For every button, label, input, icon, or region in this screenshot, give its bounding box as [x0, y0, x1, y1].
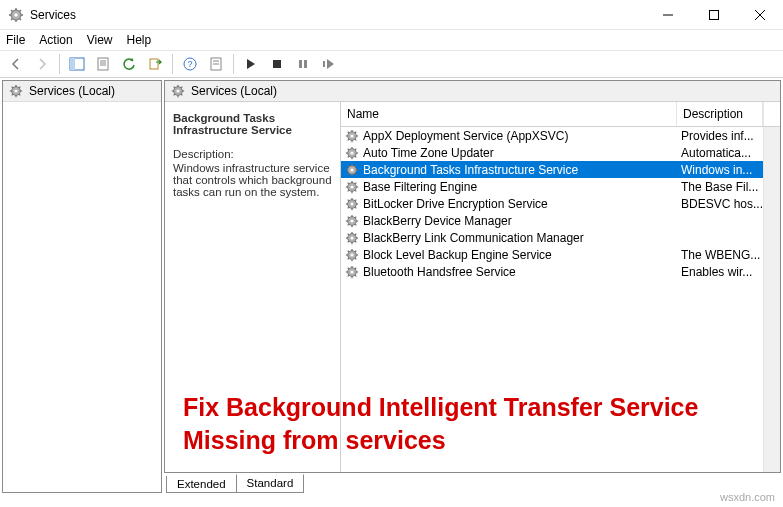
service-row[interactable]: BitLocker Drive Encryption ServiceBDESVC…: [341, 195, 763, 212]
column-description[interactable]: Description: [677, 102, 763, 126]
vertical-scrollbar[interactable]: [763, 127, 780, 472]
service-description: BDESVC hos...: [677, 197, 763, 211]
pause-button[interactable]: [291, 52, 315, 76]
refresh-button[interactable]: [117, 52, 141, 76]
service-name: Base Filtering Engine: [363, 180, 477, 194]
service-row[interactable]: BlackBerry Device Manager: [341, 212, 763, 229]
gear-icon: [345, 180, 359, 194]
gear-icon: [345, 129, 359, 143]
service-name: Bluetooth Handsfree Service: [363, 265, 516, 279]
forward-button[interactable]: [30, 52, 54, 76]
nav-tree: Services (Local): [2, 80, 162, 493]
service-row[interactable]: AppX Deployment Service (AppXSVC)Provide…: [341, 127, 763, 144]
service-name: BlackBerry Device Manager: [363, 214, 512, 228]
show-hide-tree-button[interactable]: [65, 52, 89, 76]
svg-rect-29: [323, 61, 325, 67]
gear-icon: [345, 146, 359, 160]
service-name: BlackBerry Link Communication Manager: [363, 231, 584, 245]
service-description: Automatica...: [677, 146, 763, 160]
column-name[interactable]: Name: [341, 102, 677, 126]
service-row[interactable]: Bluetooth Handsfree ServiceEnables wir..…: [341, 263, 763, 280]
service-description: Windows in...: [677, 163, 763, 177]
service-row[interactable]: Auto Time Zone UpdaterAutomatica...: [341, 144, 763, 161]
svg-rect-28: [304, 60, 307, 68]
service-description: Enables wir...: [677, 265, 763, 279]
close-button[interactable]: [737, 0, 783, 30]
toolbar-separator: [172, 54, 173, 74]
toolbar-separator: [59, 54, 60, 74]
stop-button[interactable]: [265, 52, 289, 76]
svg-rect-11: [710, 10, 719, 19]
description-label: Description:: [173, 148, 332, 160]
tab-standard[interactable]: Standard: [236, 474, 305, 493]
service-row[interactable]: BlackBerry Link Communication Manager: [341, 229, 763, 246]
tab-strip: Extended Standard: [164, 473, 781, 493]
watermark: wsxdn.com: [720, 491, 775, 503]
gear-icon: [171, 84, 185, 98]
gear-icon: [345, 231, 359, 245]
help-button[interactable]: ?: [178, 52, 202, 76]
menu-action[interactable]: Action: [39, 33, 72, 47]
window-title: Services: [30, 8, 645, 22]
toolbar-separator: [233, 54, 234, 74]
svg-rect-15: [70, 58, 75, 70]
gear-icon: [345, 248, 359, 262]
service-name: Block Level Backup Engine Service: [363, 248, 552, 262]
properties-button[interactable]: [91, 52, 115, 76]
menu-view[interactable]: View: [87, 33, 113, 47]
nav-item-label: Services (Local): [29, 84, 115, 98]
service-description: The WBENG...: [677, 248, 763, 262]
service-row[interactable]: Background Tasks Infrastructure ServiceW…: [341, 161, 763, 178]
services-icon: [8, 7, 24, 23]
gear-icon: [345, 163, 359, 177]
back-button[interactable]: [4, 52, 28, 76]
svg-rect-20: [150, 59, 158, 69]
overlay-annotation: Fix Background Intelligent Transfer Serv…: [183, 391, 740, 459]
gear-icon: [345, 214, 359, 228]
maximize-button[interactable]: [691, 0, 737, 30]
list-header: Name Description: [341, 102, 780, 127]
service-description: The Base Fil...: [677, 180, 763, 194]
titlebar: Services: [0, 0, 783, 30]
properties-alt-button[interactable]: [204, 52, 228, 76]
gear-icon: [345, 197, 359, 211]
client-area: Services (Local) Services (Local) Backgr…: [0, 78, 783, 493]
gear-icon: [345, 265, 359, 279]
service-row[interactable]: Block Level Backup Engine ServiceThe WBE…: [341, 246, 763, 263]
start-button[interactable]: [239, 52, 263, 76]
selected-service-name: Background Tasks Infrastructure Service: [173, 112, 332, 136]
svg-rect-27: [299, 60, 302, 68]
service-row[interactable]: Base Filtering EngineThe Base Fil...: [341, 178, 763, 195]
nav-item-services-local[interactable]: Services (Local): [3, 81, 161, 102]
service-name: BitLocker Drive Encryption Service: [363, 197, 548, 211]
gear-icon: [9, 84, 23, 98]
svg-text:?: ?: [187, 59, 192, 69]
service-name: Auto Time Zone Updater: [363, 146, 494, 160]
export-button[interactable]: [143, 52, 167, 76]
description-text: Windows infrastructure service that cont…: [173, 162, 332, 198]
menu-help[interactable]: Help: [127, 33, 152, 47]
scroll-gutter: [763, 102, 780, 126]
tab-extended[interactable]: Extended: [166, 476, 237, 493]
minimize-button[interactable]: [645, 0, 691, 30]
service-name: Background Tasks Infrastructure Service: [363, 163, 578, 177]
panel-header-label: Services (Local): [191, 84, 277, 98]
restart-button[interactable]: [317, 52, 341, 76]
toolbar: ?: [0, 50, 783, 78]
main-panel: Services (Local) Background Tasks Infras…: [164, 80, 781, 493]
menu-file[interactable]: File: [6, 33, 25, 47]
svg-rect-16: [98, 58, 108, 70]
service-name: AppX Deployment Service (AppXSVC): [363, 129, 568, 143]
menubar: File Action View Help: [0, 30, 783, 50]
service-description: Provides inf...: [677, 129, 763, 143]
svg-rect-26: [273, 60, 281, 68]
panel-header: Services (Local): [165, 81, 780, 102]
